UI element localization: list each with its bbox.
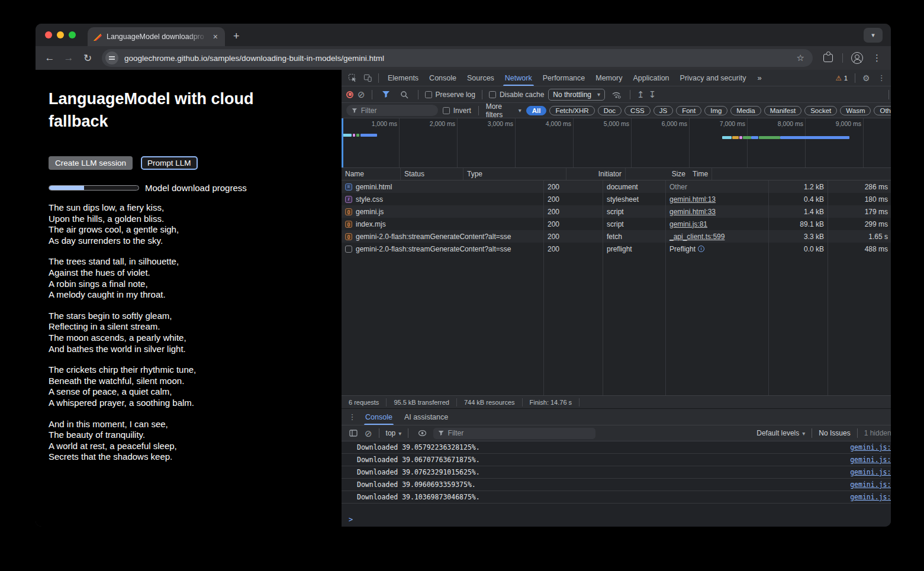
resource-type-chip[interactable]: Font	[676, 106, 701, 115]
preflight-info-icon[interactable]: i	[698, 246, 704, 252]
devtools-menu-icon[interactable]: ⋮	[874, 72, 888, 85]
resource-type-chip[interactable]: Media	[730, 106, 761, 115]
extensions-icon[interactable]	[823, 54, 833, 62]
address-bar[interactable]: googlechrome.github.io/samples/downloadi…	[102, 49, 813, 67]
devtools-tab[interactable]: Network	[500, 70, 537, 86]
throttling-select[interactable]: No throttling ▾	[548, 89, 605, 101]
devtools-settings-icon[interactable]: ⚙	[859, 72, 873, 85]
drawer-tab[interactable]: AI assistance	[398, 409, 454, 425]
export-har-icon[interactable]: ↧	[649, 90, 656, 99]
close-window-button[interactable]	[45, 31, 52, 38]
prompt-llm-button[interactable]: Prompt LLM	[141, 156, 198, 170]
table-row[interactable]: gemini-2.0-flash:streamGenerateContent?a…	[342, 230, 891, 243]
network-conditions-icon[interactable]	[609, 88, 623, 101]
table-row[interactable]: gemini.html 200 document Other i 1.2 kB …	[342, 180, 891, 193]
devtools-tab[interactable]: Elements	[382, 70, 424, 86]
console-message-row[interactable]: Downloaded 39.0960693359375%. gemini.js:…	[342, 479, 891, 491]
default-levels-dropdown[interactable]: Default levels ▾	[756, 429, 805, 437]
issues-status[interactable]: No Issues	[819, 429, 850, 437]
console-message-row[interactable]: Downloaded 39.07623291015625%. gemini.js…	[342, 466, 891, 479]
network-overview-timeline[interactable]: 1,000 ms2,000 ms3,000 ms4,000 ms5,000 ms…	[342, 118, 891, 168]
request-initiator[interactable]: gemini.html:13	[669, 195, 716, 204]
site-info-icon[interactable]	[105, 51, 118, 64]
column-header[interactable]: Size	[626, 168, 689, 180]
column-header[interactable]: Name	[342, 168, 401, 180]
disable-cache-checkbox[interactable]: Disable cache	[489, 91, 544, 99]
profile-avatar-icon[interactable]	[851, 52, 863, 64]
request-initiator[interactable]: _api_client.ts:599	[669, 233, 725, 241]
table-row[interactable]: gemini.js 200 script gemini.html:33 i 1.…	[342, 205, 891, 218]
resource-type-chip[interactable]: Socket	[804, 106, 837, 115]
column-header[interactable]: Type	[463, 168, 566, 180]
console-filter-input[interactable]	[448, 429, 591, 437]
column-header[interactable]: Status	[401, 168, 463, 180]
drawer-tab[interactable]: Console	[359, 409, 398, 425]
resource-type-chip[interactable]: Doc	[598, 106, 622, 115]
new-tab-button[interactable]: +	[225, 30, 248, 46]
clear-network-log-icon[interactable]: ⊘	[358, 90, 365, 99]
devtools-tab[interactable]: Privacy and security	[675, 70, 752, 86]
bookmark-star-icon[interactable]: ☆	[792, 53, 809, 63]
network-filter-input[interactable]	[361, 107, 433, 115]
maximize-window-button[interactable]	[69, 31, 76, 38]
search-icon[interactable]	[397, 88, 411, 101]
resource-type-chip[interactable]: JS	[653, 106, 673, 115]
request-initiator[interactable]: gemini.js:81	[669, 220, 707, 228]
filter-toggle-icon[interactable]	[379, 88, 393, 101]
console-prompt[interactable]: >	[342, 512, 891, 527]
resource-type-chip[interactable]: Fetch/XHR	[549, 106, 594, 115]
table-row[interactable]: index.mjs 200 script gemini.js:81 i 89.1…	[342, 218, 891, 230]
tab-search-button[interactable]: ▾	[864, 28, 883, 43]
hidden-messages-count[interactable]: 1 hidden	[864, 429, 891, 437]
browser-tab[interactable]: LanguageModel downloadpro ×	[88, 27, 225, 46]
minimize-window-button[interactable]	[57, 31, 64, 38]
request-initiator[interactable]: Other	[669, 183, 687, 191]
invert-checkbox[interactable]: Invert	[443, 107, 471, 115]
browser-menu-icon[interactable]: ⋮	[869, 53, 885, 63]
resource-type-chip[interactable]: Other	[874, 106, 891, 115]
record-network-log-icon[interactable]	[346, 91, 353, 98]
back-icon[interactable]: ←	[41, 50, 58, 66]
devtools-close-icon[interactable]: ×	[890, 72, 891, 85]
reload-icon[interactable]: ↻	[79, 50, 96, 66]
resource-type-chip[interactable]: Manifest	[764, 106, 801, 115]
console-message-source-link[interactable]: gemini.js:39	[850, 456, 891, 464]
more-tabs-icon[interactable]: »	[752, 73, 766, 82]
request-initiator[interactable]: gemini.html:33	[669, 208, 716, 216]
request-initiator[interactable]: Preflight	[669, 245, 696, 253]
console-message-source-link[interactable]: gemini.js:39	[850, 480, 891, 489]
console-message-source-link[interactable]: gemini.js:39	[850, 493, 891, 501]
table-row[interactable]: gemini-2.0-flash:streamGenerateContent?a…	[342, 243, 891, 255]
resource-type-chip[interactable]: CSS	[624, 106, 651, 115]
inspect-element-icon[interactable]	[345, 72, 359, 85]
create-llm-session-button[interactable]: Create LLM session	[49, 156, 133, 170]
table-row[interactable]: style.css 200 stylesheet gemini.html:13 …	[342, 193, 891, 205]
devtools-tab[interactable]: Sources	[462, 70, 500, 86]
tab-close-icon[interactable]: ×	[212, 32, 219, 41]
devtools-tab[interactable]: Console	[424, 70, 462, 86]
live-expression-eye-icon[interactable]	[415, 427, 429, 440]
device-toolbar-icon[interactable]	[360, 72, 375, 85]
resource-type-chip[interactable]: Wasm	[840, 106, 871, 115]
drawer-menu-icon[interactable]: ⋮	[345, 411, 359, 424]
import-har-icon[interactable]: ↥	[637, 90, 645, 99]
console-message-row[interactable]: Downloaded 39.10369873046875%. gemini.js…	[342, 491, 891, 504]
resource-type-chip[interactable]: All	[526, 106, 547, 115]
console-message-row[interactable]: Downloaded 39.05792236328125%. gemini.js…	[342, 441, 891, 454]
console-message-source-link[interactable]: gemini.js:39	[850, 468, 891, 476]
devtools-tab[interactable]: Performance	[537, 70, 591, 86]
forward-icon[interactable]: →	[60, 50, 77, 66]
resource-type-chip[interactable]: Img	[704, 106, 727, 115]
column-header[interactable]: Initiator	[566, 168, 626, 180]
drawer-close-icon[interactable]: ×	[890, 411, 891, 424]
more-filters-dropdown[interactable]: More filters ▾	[486, 102, 521, 119]
console-message-source-link[interactable]: gemini.js:39	[850, 443, 891, 451]
issues-warning-badge[interactable]: ⚠ 1	[832, 74, 852, 82]
console-sidebar-icon[interactable]	[346, 427, 360, 440]
column-header[interactable]: Time	[689, 168, 712, 180]
url-text[interactable]: googlechrome.github.io/samples/downloadi…	[124, 54, 786, 63]
devtools-tab[interactable]: Memory	[590, 70, 627, 86]
preserve-log-checkbox[interactable]: Preserve log	[425, 91, 475, 99]
clear-console-icon[interactable]: ⊘	[365, 429, 372, 438]
console-message-row[interactable]: Downloaded 39.06707763671875%. gemini.js…	[342, 454, 891, 466]
